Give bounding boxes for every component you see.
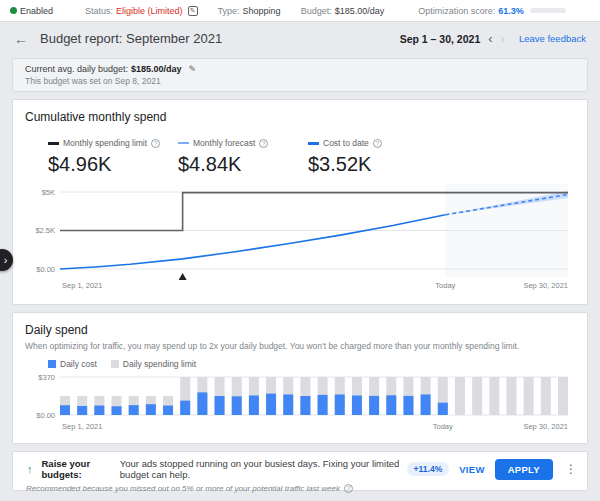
metric-monthly-forecast: Monthly forecast ? $4.84K xyxy=(178,138,294,176)
back-arrow-icon[interactable]: ← xyxy=(14,31,28,47)
optimization-score-bar xyxy=(530,8,566,13)
optimization-score-group: Optimization score: 61.3% xyxy=(418,6,566,16)
next-period-chevron-icon: › xyxy=(501,32,505,45)
apply-button[interactable]: APPLY xyxy=(495,459,553,480)
daily-limit-swatch-icon xyxy=(111,360,119,368)
daily-section-title: Daily spend xyxy=(25,323,575,337)
cumulative-spend-chart[interactable]: $0.00$2.5K$5KSep 1, 2021TodaySep 30, 202… xyxy=(25,184,576,292)
status-edit-icon[interactable]: ✎ xyxy=(188,6,198,16)
view-button[interactable]: VIEW xyxy=(459,464,484,475)
svg-text:$2.5K: $2.5K xyxy=(35,226,55,235)
current-budget-card: Current avg. daily budget: $185.00/day ✎… xyxy=(12,58,588,92)
cumulative-metrics-row: Monthly spending limit ? $4.96K Monthly … xyxy=(48,138,575,176)
leave-feedback-link[interactable]: Leave feedback xyxy=(519,33,586,44)
cumulative-section-title: Cumulative monthly spend xyxy=(25,110,575,124)
uplift-badge: +11.4% xyxy=(407,462,450,476)
budget-label: Budget: xyxy=(301,6,332,16)
current-budget-value: $185.00/day xyxy=(131,64,182,74)
metric-value: $4.84K xyxy=(178,153,294,176)
type-value: Shopping xyxy=(243,6,281,16)
raise-budget-arrow-icon: ↑ xyxy=(27,463,33,475)
status-group: Status: Eligible (Limited) ✎ xyxy=(85,6,212,16)
page-title: Budget report: September 2021 xyxy=(40,31,222,46)
svg-text:$0.00: $0.00 xyxy=(36,411,55,420)
enabled-dot-icon xyxy=(10,7,17,14)
svg-text:Sep 1, 2021: Sep 1, 2021 xyxy=(62,422,102,431)
recommendation-title: Raise your budgets: xyxy=(42,458,116,480)
help-info-icon[interactable]: ? xyxy=(373,139,382,148)
enabled-label: Enabled xyxy=(20,6,53,16)
legend-daily-spending-limit: Daily spending limit xyxy=(111,359,196,369)
forecast-marker-icon xyxy=(178,142,189,144)
current-budget-label: Current avg. daily budget: xyxy=(25,64,128,74)
spending-limit-marker-icon xyxy=(48,142,59,145)
overflow-menu-icon[interactable]: ⋮ xyxy=(565,462,577,476)
svg-text:Today: Today xyxy=(435,281,455,290)
metric-label: Monthly forecast xyxy=(193,138,255,148)
svg-text:$5K: $5K xyxy=(42,188,55,197)
status-label: Status: xyxy=(85,6,113,16)
budget-value[interactable]: $185.00/day xyxy=(335,6,385,16)
date-range[interactable]: Sep 1 – 30, 2021 xyxy=(400,33,481,45)
svg-text:Today: Today xyxy=(433,422,453,431)
edit-budget-pencil-icon[interactable]: ✎ xyxy=(189,64,197,74)
svg-text:Sep 30, 2021: Sep 30, 2021 xyxy=(523,422,568,431)
page-header: ← Budget report: September 2021 Sep 1 – … xyxy=(0,22,600,55)
legend-daily-cost: Daily cost xyxy=(48,359,97,369)
svg-text:$370: $370 xyxy=(38,373,55,382)
optimization-score-label: Optimization score: xyxy=(418,6,495,16)
metric-cost-to-date: Cost to date ? $3.52K xyxy=(308,138,424,176)
campaign-status-bar: Enabled Status: Eligible (Limited) ✎ Typ… xyxy=(0,0,600,22)
daily-legend: Daily cost Daily spending limit xyxy=(48,359,575,369)
cost-to-date-marker-icon xyxy=(308,142,319,145)
recommendation-footnote: Recommended because you missed out on 5%… xyxy=(26,484,577,493)
status-value[interactable]: Eligible (Limited) xyxy=(116,6,183,16)
daily-spend-chart[interactable]: $0.00$370Sep 1, 2021TodaySep 30, 2021 xyxy=(25,371,576,435)
cumulative-spend-card: Cumulative monthly spend Monthly spendin… xyxy=(12,99,588,305)
enabled-status[interactable]: Enabled xyxy=(10,6,79,16)
recommendation-body: Your ads stopped running on your busiest… xyxy=(120,458,407,480)
svg-text:Sep 1, 2021: Sep 1, 2021 xyxy=(62,281,102,290)
budget-set-date-note: This budget was set on Sep 8, 2021 xyxy=(25,76,575,86)
main-content: Current avg. daily budget: $185.00/day ✎… xyxy=(0,55,600,491)
optimization-score-value[interactable]: 61.3% xyxy=(498,6,524,16)
drawer-chevron-icon: › xyxy=(4,254,8,266)
svg-text:Sep 30, 2021: Sep 30, 2021 xyxy=(523,281,568,290)
help-info-icon[interactable]: ? xyxy=(151,139,160,148)
type-group: Type: Shopping xyxy=(218,6,281,16)
budget-group: Budget: $185.00/day xyxy=(301,6,385,16)
metric-monthly-spending-limit: Monthly spending limit ? $4.96K xyxy=(48,138,164,176)
prev-period-chevron-icon[interactable]: ‹ xyxy=(488,32,492,45)
svg-text:$0.00: $0.00 xyxy=(36,265,55,274)
metric-value: $4.96K xyxy=(48,153,164,176)
recommendation-card: ↑ Raise your budgets: Your ads stopped r… xyxy=(12,451,588,491)
metric-label: Monthly spending limit xyxy=(63,138,147,148)
metric-value: $3.52K xyxy=(308,153,424,176)
current-budget-line: Current avg. daily budget: $185.00/day ✎ xyxy=(25,64,575,74)
metric-label: Cost to date xyxy=(323,138,369,148)
help-info-icon[interactable]: ? xyxy=(259,139,268,148)
header-right-controls: Sep 1 – 30, 2021 ‹ › Leave feedback xyxy=(400,32,586,45)
daily-section-subtext: When optimizing for traffic, you may spe… xyxy=(25,341,575,351)
help-info-icon[interactable]: ? xyxy=(344,484,353,493)
type-label: Type: xyxy=(218,6,240,16)
daily-spend-card: Daily spend When optimizing for traffic,… xyxy=(12,312,588,444)
daily-cost-swatch-icon xyxy=(48,360,56,368)
